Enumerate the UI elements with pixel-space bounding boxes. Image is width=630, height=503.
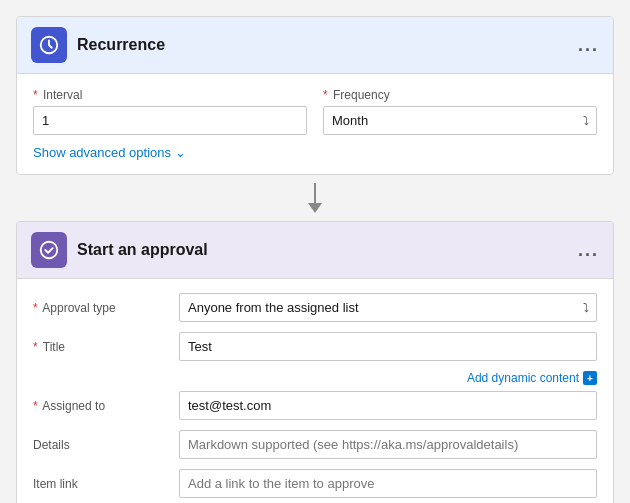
show-advanced-chevron-icon: ⌄ (175, 145, 186, 160)
recurrence-card-body: * Interval * Frequency Month Week D (17, 74, 613, 174)
approval-type-label: * Approval type (33, 293, 163, 315)
recurrence-icon (31, 27, 67, 63)
approval-card-body: * Approval type Anyone from the assigned… (17, 279, 613, 503)
approval-title: Start an approval (77, 241, 208, 259)
recurrence-title: Recurrence (77, 36, 165, 54)
approval-check-icon (38, 239, 60, 261)
recurrence-menu-button[interactable]: ... (578, 35, 599, 56)
dynamic-content-label: Add dynamic content (467, 371, 579, 385)
title-row: * Title (33, 332, 597, 361)
approval-type-required-star: * (33, 301, 38, 315)
approval-card-header: Start an approval ... (17, 222, 613, 279)
title-required-star: * (33, 340, 38, 354)
approval-type-select-wrapper: Anyone from the assigned list Everyone m… (179, 293, 597, 322)
title-label: * Title (33, 332, 163, 354)
svg-point-1 (41, 242, 58, 259)
recurrence-card-header: Recurrence ... (17, 17, 613, 74)
assigned-to-label-text: Assigned to (42, 399, 105, 413)
interval-group: * Interval (33, 88, 307, 135)
interval-required-star: * (33, 88, 38, 102)
details-row: Details (33, 430, 597, 459)
item-link-input-group (179, 469, 597, 498)
item-link-input[interactable] (179, 469, 597, 498)
recurrence-form-row: * Interval * Frequency Month Week D (33, 88, 597, 135)
frequency-label-text: Frequency (333, 88, 390, 102)
interval-input[interactable] (33, 106, 307, 135)
details-input-group (179, 430, 597, 459)
approval-type-select-group: Anyone from the assigned list Everyone m… (179, 293, 597, 322)
approval-card: Start an approval ... * Approval type (16, 221, 614, 503)
frequency-group: * Frequency Month Week Day Hour Minute S… (323, 88, 597, 135)
approval-icon (31, 232, 67, 268)
item-link-row: Item link (33, 469, 597, 498)
recurrence-card: Recurrence ... * Interval * Freq (16, 16, 614, 175)
details-label: Details (33, 430, 163, 452)
dynamic-content-plus-icon: + (583, 371, 597, 385)
connector-arrowhead (308, 203, 322, 213)
frequency-required-star: * (323, 88, 328, 102)
approval-header-left: Start an approval (31, 232, 208, 268)
assigned-to-label: * Assigned to (33, 391, 163, 413)
recurrence-header-left: Recurrence (31, 27, 165, 63)
details-label-text: Details (33, 438, 70, 452)
approval-menu-dots: ... (578, 240, 599, 261)
connector-line (314, 183, 316, 203)
item-link-label: Item link (33, 469, 163, 491)
approval-type-select[interactable]: Anyone from the assigned list Everyone m… (179, 293, 597, 322)
title-input-group (179, 332, 597, 361)
title-label-text: Title (43, 340, 65, 354)
approval-menu-button[interactable]: ... (578, 240, 599, 261)
show-advanced-label: Show advanced options (33, 145, 171, 160)
assigned-to-label-group: * Assigned to (33, 391, 163, 420)
item-link-label-text: Item link (33, 477, 78, 491)
approval-type-label-group: * Approval type (33, 293, 163, 322)
details-label-group: Details (33, 430, 163, 459)
flow-container: Recurrence ... * Interval * Freq (16, 16, 614, 503)
recurrence-menu-dots: ... (578, 35, 599, 56)
approval-type-label-text: Approval type (42, 301, 115, 315)
assigned-to-input[interactable] (179, 391, 597, 420)
frequency-label: * Frequency (323, 88, 597, 102)
title-label-group: * Title (33, 332, 163, 361)
interval-label: * Interval (33, 88, 307, 102)
clock-icon (38, 34, 60, 56)
approval-type-row: * Approval type Anyone from the assigned… (33, 293, 597, 322)
assigned-to-input-group (179, 391, 597, 420)
item-link-label-group: Item link (33, 469, 163, 498)
assigned-to-row: * Assigned to (33, 391, 597, 420)
frequency-select[interactable]: Month Week Day Hour Minute Second (323, 106, 597, 135)
dynamic-content-link[interactable]: Add dynamic content + (33, 371, 597, 385)
show-advanced-options[interactable]: Show advanced options ⌄ (33, 145, 597, 160)
interval-label-text: Interval (43, 88, 82, 102)
details-input[interactable] (179, 430, 597, 459)
flow-connector (308, 175, 322, 221)
frequency-select-wrapper: Month Week Day Hour Minute Second ⤵ (323, 106, 597, 135)
assigned-to-required-star: * (33, 399, 38, 413)
title-input[interactable] (179, 332, 597, 361)
